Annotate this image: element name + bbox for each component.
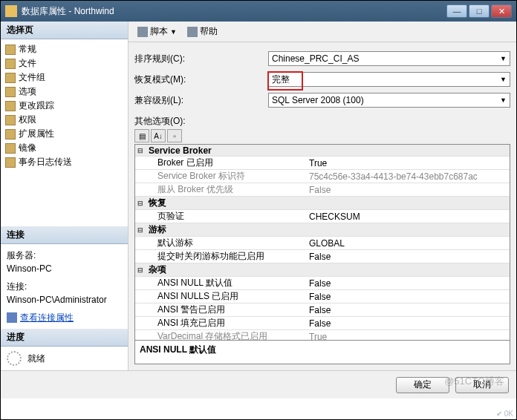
connection-header: 连接 [1,226,128,244]
tree-item[interactable]: 常规 [2,42,126,56]
grid-row[interactable]: Service Broker 标识符75c4c56e-33a4-4413-be7… [135,170,510,183]
view-connection-label: 查看连接属性 [20,311,74,324]
grid-row[interactable]: Broker 已启用True [135,157,510,170]
grid-row[interactable]: ANSI NULL 默认值False [135,277,510,290]
page-icon [5,143,16,154]
collation-combo[interactable]: Chinese_PRC_CI_AS▼ [268,51,510,66]
grid-extra-button[interactable]: ▫ [167,129,182,142]
server-value: Winson-PC [7,262,122,275]
categorized-button[interactable]: ▤ [134,129,149,142]
page-icon [5,87,16,97]
title-bar: 数据库属性 - Northwind — □ ✕ [1,1,516,22]
page-icon [5,73,16,83]
cancel-button[interactable]: 取消 [455,377,509,393]
tree-item[interactable]: 事务日志传送 [2,155,126,169]
tree-item[interactable]: 选项 [2,85,126,99]
script-button[interactable]: 脚本▼ [134,24,180,39]
window-title: 数据库属性 - Northwind [22,5,446,18]
content-toolbar: 脚本▼ 帮助 [129,22,516,42]
grid-row[interactable]: 提交时关闭游标功能已启用False [135,250,510,263]
tree-item[interactable]: 文件组 [2,70,126,85]
maximize-button[interactable]: □ [469,4,490,18]
grid-row[interactable]: 页验证CHECKSUM [135,210,510,223]
tree-item[interactable]: 更改跟踪 [2,99,126,113]
grid-row[interactable]: 默认游标GLOBAL [135,237,510,250]
tree-item[interactable]: 文件 [2,56,126,70]
page-icon [5,129,16,140]
grid-row[interactable]: ANSI 警告已启用False [135,303,510,317]
help-icon [187,27,198,37]
page-icon [5,157,16,168]
connection-label: 连接: [7,280,122,293]
page-tree: 常规文件文件组选项更改跟踪权限扩展属性镜像事务日志传送 [1,39,128,172]
compat-label: 兼容级别(L): [134,94,268,107]
page-icon [5,45,16,55]
grid-row[interactable]: ANSI 填充已启用False [135,317,510,330]
grid-category[interactable]: ⊟游标 [135,223,510,237]
other-options-label: 其他选项(O): [134,115,510,128]
ok-button[interactable]: 确定 [396,377,449,393]
script-icon [137,27,148,37]
chevron-down-icon: ▼ [500,96,507,104]
connection-icon [7,312,17,323]
property-description: ANSI NULL 默认值 [134,341,510,364]
chevron-down-icon: ▼ [500,55,507,62]
grid-category[interactable]: ⊟Service Broker [135,145,510,157]
right-pane: 脚本▼ 帮助 排序规则(C): Chinese_PRC_CI_AS▼ 恢复模式(… [129,22,516,370]
grid-category[interactable]: ⊟恢复 [135,197,510,210]
alphabetical-button[interactable]: A↓ [151,129,166,142]
recovery-label: 恢复模式(M): [134,73,268,86]
page-icon [5,59,16,69]
server-label: 服务器: [7,249,122,262]
close-button[interactable]: ✕ [491,4,512,18]
tree-item[interactable]: 扩展属性 [2,127,126,141]
app-icon [5,5,17,17]
property-grid[interactable]: ⊟Service BrokerBroker 已启用TrueService Bro… [134,144,510,341]
connection-value: Winson-PC\Administrator [7,293,122,306]
progress-spinner-icon [7,351,22,366]
compat-combo[interactable]: SQL Server 2008 (100)▼ [268,93,510,108]
chevron-down-icon: ▼ [500,76,507,83]
select-page-header: 选择页 [1,22,128,39]
view-connection-link[interactable]: 查看连接属性 [7,311,122,324]
watermark-corner: ✔ 0K [496,410,513,418]
collation-label: 排序规则(C): [134,53,268,65]
grid-row[interactable]: ANSI NULLS 已启用False [135,290,510,303]
tree-item[interactable]: 权限 [2,113,126,127]
minimize-button[interactable]: — [446,4,467,18]
left-pane: 选择页 常规文件文件组选项更改跟踪权限扩展属性镜像事务日志传送 连接 服务器: … [1,22,129,370]
dialog-footer: 确定 取消 [1,370,516,398]
tree-item[interactable]: 镜像 [2,141,126,155]
progress-status: 就绪 [27,352,45,365]
help-button[interactable]: 帮助 [184,24,221,39]
grid-row[interactable]: 服从 Broker 优先级False [135,183,510,197]
recovery-combo[interactable]: 完整▼ [268,72,510,87]
progress-header: 进度 [1,329,128,347]
page-icon [5,115,16,125]
grid-row[interactable]: VarDecimal 存储格式已启用True [135,330,510,341]
grid-toolbar: ▤ A↓ ▫ [134,129,510,142]
page-icon [5,101,16,111]
grid-category[interactable]: ⊟杂项 [135,263,510,277]
